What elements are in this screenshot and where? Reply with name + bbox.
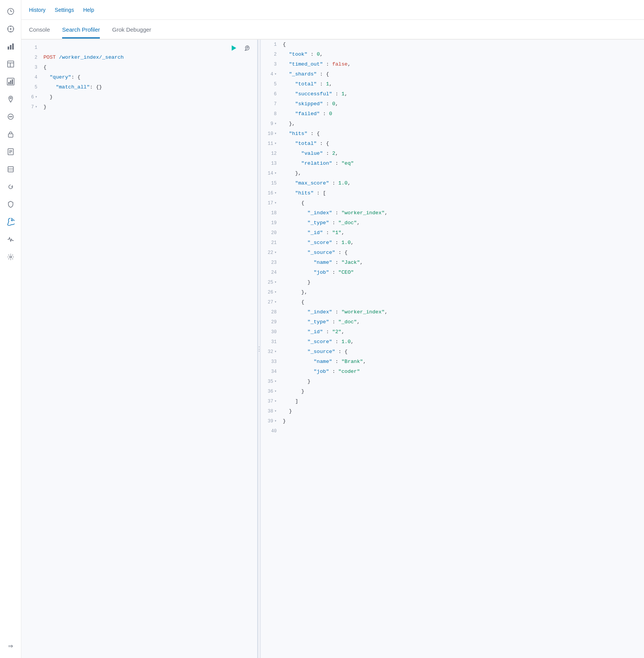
sidebar-icon-compass[interactable] bbox=[3, 21, 18, 37]
table-row: 38▾ } bbox=[261, 406, 644, 416]
line-number: 11▾ bbox=[261, 139, 280, 149]
line-content: "_shards" : { bbox=[280, 69, 644, 79]
table-row: 19 "_type" : "_doc", bbox=[261, 218, 644, 228]
pane-divider[interactable]: ⋮ bbox=[258, 40, 261, 658]
sidebar-icon-bar-chart[interactable] bbox=[3, 39, 18, 54]
svg-rect-12 bbox=[8, 61, 14, 67]
nav-settings[interactable]: Settings bbox=[55, 5, 74, 14]
tab-console[interactable]: Console bbox=[29, 21, 50, 39]
line-number: 17▾ bbox=[261, 198, 280, 208]
table-row: 24 "job" : "CEO" bbox=[261, 268, 644, 278]
line-number: 13 bbox=[261, 159, 280, 169]
line-content: { bbox=[40, 63, 257, 72]
fold-arrow[interactable]: ▾ bbox=[274, 287, 277, 297]
fold-arrow[interactable]: ▾ bbox=[274, 139, 277, 149]
line-content: { bbox=[280, 297, 644, 307]
fold-arrow[interactable]: ▾ bbox=[274, 119, 277, 129]
table-row: 15 "max_score" : 1.0, bbox=[261, 178, 644, 188]
line-number: 9▾ bbox=[261, 119, 280, 129]
line-number: 35▾ bbox=[261, 377, 280, 387]
fold-arrow[interactable]: ▾ bbox=[35, 102, 37, 112]
svg-rect-16 bbox=[8, 82, 10, 84]
sidebar-icon-table[interactable] bbox=[3, 56, 18, 72]
line-content: { bbox=[280, 198, 644, 208]
table-row: 3{ bbox=[21, 63, 257, 72]
sidebar-icon-heartbeat[interactable] bbox=[3, 232, 18, 247]
fold-arrow[interactable]: ▾ bbox=[274, 248, 277, 258]
line-number: 31 bbox=[261, 337, 280, 347]
line-number: 2 bbox=[21, 53, 40, 63]
sidebar-icon-shield[interactable] bbox=[3, 197, 18, 212]
line-number: 3 bbox=[21, 63, 40, 72]
fold-arrow[interactable]: ▾ bbox=[274, 169, 277, 178]
fold-arrow[interactable]: ▾ bbox=[274, 129, 277, 139]
line-content: "_score" : 1.0, bbox=[280, 337, 644, 347]
table-row: 9▾ }, bbox=[261, 119, 644, 129]
fold-arrow[interactable]: ▾ bbox=[274, 198, 277, 208]
left-pane: 12POST /worker_index/_search3{4 "query":… bbox=[21, 40, 258, 658]
table-row: 27▾ { bbox=[261, 297, 644, 307]
sidebar-icon-wrench[interactable] bbox=[3, 214, 18, 229]
fold-arrow[interactable]: ▾ bbox=[274, 297, 277, 307]
table-row: 16▾ "hits" : [ bbox=[261, 188, 644, 198]
line-content: "job" : "coder" bbox=[280, 367, 644, 377]
fold-arrow[interactable]: ▾ bbox=[274, 377, 277, 387]
line-number: 40 bbox=[261, 426, 280, 436]
line-number: 19 bbox=[261, 218, 280, 228]
table-row: 26▾ }, bbox=[261, 287, 644, 297]
sidebar-icon-chart[interactable] bbox=[3, 74, 18, 89]
line-content: "value" : 2, bbox=[280, 149, 644, 159]
line-number: 2 bbox=[261, 50, 280, 59]
sidebar-icon-settings[interactable] bbox=[3, 249, 18, 265]
line-number: 8 bbox=[261, 109, 280, 119]
fold-arrow[interactable]: ▾ bbox=[274, 188, 277, 198]
table-row: 4▾ "_shards" : { bbox=[261, 69, 644, 79]
line-content: } bbox=[40, 102, 257, 112]
sidebar-icon-doc[interactable] bbox=[3, 144, 18, 159]
nav-history[interactable]: History bbox=[29, 5, 46, 14]
line-number: 30 bbox=[261, 327, 280, 337]
tab-grok-debugger[interactable]: Grok Debugger bbox=[112, 21, 151, 39]
fold-arrow[interactable]: ▾ bbox=[274, 278, 277, 287]
line-content: "match_all": {} bbox=[40, 82, 257, 92]
line-content: } bbox=[280, 377, 644, 387]
nav-help[interactable]: Help bbox=[83, 5, 94, 14]
table-row: 2 "took" : 0, bbox=[261, 50, 644, 59]
sidebar-icon-gear-dots[interactable] bbox=[3, 109, 18, 124]
line-content: "name" : "Brank", bbox=[280, 357, 644, 367]
line-content: "total" : 1, bbox=[280, 79, 644, 89]
sidebar-icon-map[interactable] bbox=[3, 91, 18, 107]
fold-arrow[interactable]: ▾ bbox=[274, 396, 277, 406]
tab-search-profiler[interactable]: Search Profiler bbox=[62, 21, 100, 39]
table-row: 31 "_score" : 1.0, bbox=[261, 337, 644, 347]
fold-arrow[interactable]: ▾ bbox=[274, 69, 277, 79]
sidebar-icon-loop[interactable] bbox=[3, 179, 18, 194]
svg-rect-18 bbox=[12, 79, 13, 84]
fold-arrow[interactable]: ▾ bbox=[274, 347, 277, 357]
line-content: "job" : "CEO" bbox=[280, 268, 644, 278]
line-content: "max_score" : 1.0, bbox=[280, 178, 644, 188]
table-row: 6 "successful" : 1, bbox=[261, 89, 644, 99]
fold-arrow[interactable]: ▾ bbox=[274, 416, 277, 426]
table-row: 36▾ } bbox=[261, 387, 644, 396]
line-content: "hits" : [ bbox=[280, 188, 644, 198]
fold-arrow[interactable]: ▾ bbox=[274, 387, 277, 396]
settings-wrench-button[interactable] bbox=[242, 43, 253, 53]
line-number: 12 bbox=[261, 149, 280, 159]
fold-arrow[interactable]: ▾ bbox=[35, 92, 37, 102]
line-number: 34 bbox=[261, 367, 280, 377]
expand-icon[interactable]: ⇒ bbox=[3, 638, 18, 653]
sidebar-icon-layers[interactable] bbox=[3, 162, 18, 177]
fold-arrow[interactable]: ▾ bbox=[274, 406, 277, 416]
svg-point-21 bbox=[9, 116, 10, 117]
left-pane-toolbar bbox=[228, 43, 253, 53]
table-row: 35▾ } bbox=[261, 377, 644, 387]
line-number: 3 bbox=[261, 59, 280, 69]
left-code-lines: 12POST /worker_index/_search3{4 "query":… bbox=[21, 40, 257, 658]
sidebar-icon-lock[interactable] bbox=[3, 127, 18, 142]
line-number: 21 bbox=[261, 238, 280, 248]
svg-point-22 bbox=[10, 116, 11, 117]
run-button[interactable] bbox=[228, 43, 239, 53]
sidebar: ⇒ bbox=[0, 0, 21, 658]
sidebar-icon-clock[interactable] bbox=[3, 4, 18, 19]
